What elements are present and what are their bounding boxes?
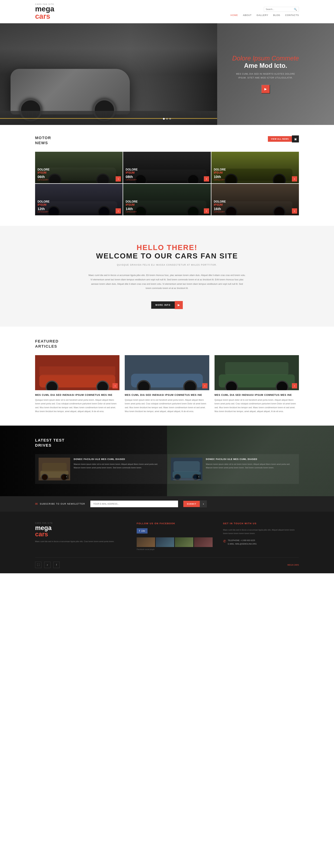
view-all-label[interactable]: VIEW ALL NEWS [268, 136, 292, 142]
news-card[interactable]: DOLOREIPSUM 10th category ▪ [212, 152, 299, 183]
hello-subtitle: QUISQUE GRAVIDA FELIS ELI MASSA CONSECTE… [35, 264, 299, 266]
hello-title-black: WELCOME TO OUR CARS FAN SITE [35, 252, 299, 260]
footer-phone: ✆ TELEPHONE: +1 800 603 6225 E-MAIL: MAI… [223, 539, 299, 546]
news-card[interactable]: DOLOREIPSUM 12th category ▪ [35, 184, 122, 215]
nav-blog[interactable]: BLOG [273, 14, 280, 17]
news-card-icon: ▪ [116, 176, 121, 182]
facebook-icon: f [139, 530, 140, 532]
hello-section: HELLO THERE! WELCOME TO OUR CARS FAN SIT… [0, 226, 334, 327]
hello-title-red: HELLO THERE! [35, 243, 299, 252]
footer-contact-description: Maec cuml dia sed in ilocos ui accumsan … [223, 528, 299, 535]
nav-home[interactable]: HOME [230, 14, 238, 17]
featured-card[interactable]: ▪ MES CUML DIA SED INENIASI IPSUM COMNET… [215, 355, 299, 413]
latest-card-content: DONEC FACILISI ULE MES CUML DIASED Maece… [206, 458, 296, 470]
instagram-icon[interactable]: ⛶ [35, 562, 41, 568]
footer-col-logo: CARS FAN SITE mega cars Maec cuml dia se… [35, 522, 126, 550]
news-card-tag: category [126, 179, 138, 181]
hero-title-red: Dolore Ipsum Commete [232, 55, 299, 62]
news-card-content: DOLOREIPSUM 16th category [212, 198, 228, 215]
more-info-icon[interactable]: ▶ [175, 301, 183, 309]
hero-road [0, 111, 217, 125]
logo: CARS FAN SITE mega cars [35, 3, 54, 20]
latest-card-content: DONEC FACILISI ULE MES CUML DIASED Maece… [74, 458, 163, 470]
hero-dot-1[interactable] [163, 118, 165, 120]
hero-title-white: Ame Mod Icto. [232, 62, 299, 69]
news-card-icon: ▪ [116, 208, 121, 214]
fb-photo[interactable] [175, 537, 193, 547]
view-all-button[interactable]: VIEW ALL NEWS ▣ [268, 135, 299, 143]
motor-news-section: MOTOR NEWS VIEW ALL NEWS ▣ DOLOREIPSUM [0, 125, 334, 226]
featured-card[interactable]: ▪ MES CUML DIA SED INENIASI IPSUM COMNET… [35, 355, 119, 413]
hero-mountains [0, 23, 217, 74]
fb-photo[interactable] [156, 537, 174, 547]
footer-phone-info: TELEPHONE: +1 800 603 6225 E-MAIL: MAIL@… [228, 539, 257, 546]
footer-fb-title: FOLLOW US ON FACEBOOK [137, 522, 213, 525]
search-icon[interactable]: 🔍 [294, 8, 297, 11]
hero-dot-3[interactable] [169, 118, 171, 120]
svg-point-27 [46, 381, 58, 390]
latest-card-text: Maecen lorem ipsum dolor sit to est lore… [74, 463, 163, 470]
news-card-subtitle: IPSUM [126, 171, 138, 174]
svg-rect-29 [39, 366, 115, 376]
newsletter-text: SUBSCRIBE TO OUR NEWSLETTER [40, 503, 85, 505]
newsletter-submit-label[interactable]: SUBMIT [183, 501, 200, 507]
svg-point-36 [225, 381, 237, 390]
latest-section: LATEST TEST DRIVES ▪ [0, 426, 334, 496]
news-card-date: 12th [37, 207, 50, 211]
latest-card-title: DONEC FACILISI ULE MES CUML DIASED [206, 458, 296, 461]
latest-card-title: DONEC FACILISI ULE MES CUML DIASED [74, 458, 163, 461]
latest-card[interactable]: ▪ DONEC FACILISI ULE MES CUML DIASED Mae… [35, 454, 167, 484]
news-card-icon: ▪ [204, 176, 209, 182]
footer-fb-button[interactable]: f Like [137, 528, 147, 533]
nav-about[interactable]: ABOUT [243, 14, 252, 17]
news-card-title: DOLOREIPSUM [37, 168, 50, 174]
svg-point-41 [41, 474, 48, 480]
search-bar[interactable]: 🔍 [264, 7, 299, 12]
more-info-label[interactable]: MORE INFO [151, 301, 175, 309]
featured-image-bg [35, 355, 119, 390]
news-card-date: 08th [126, 175, 138, 179]
search-input[interactable] [266, 8, 294, 10]
featured-image-icon: ▪ [112, 383, 118, 389]
featured-header: FEATURED ARTICLES [35, 339, 299, 349]
footer-social: ⛶ 𝕣 f [35, 562, 60, 568]
featured-image-icon: ▪ [292, 383, 297, 389]
featured-card[interactable]: ▪ MES CUML DIA SED INENIASI IPSUM COMNET… [125, 355, 209, 413]
hero-dot-2[interactable] [166, 118, 168, 120]
featured-image: ▪ [125, 355, 209, 390]
svg-point-32 [138, 381, 150, 390]
footer-contact-title: GET IN TOUCH WITH US [223, 522, 299, 525]
featured-image-bg [125, 355, 209, 390]
svg-point-33 [184, 381, 196, 390]
newsletter-submit-icon: ▪ [200, 500, 207, 507]
news-card-icon: ▪ [292, 176, 297, 182]
motor-news-header: MOTOR NEWS VIEW ALL NEWS ▣ [35, 135, 299, 146]
twitter-icon[interactable]: 𝕣 [44, 562, 51, 568]
fb-photo[interactable] [137, 537, 155, 547]
hero-content: Dolore Ipsum Commete Ame Mod Icto. MES C… [232, 55, 299, 93]
news-card[interactable]: DOLOREIPSUM 08th category ▪ [123, 152, 211, 183]
view-all-icon[interactable]: ▣ [292, 135, 299, 143]
latest-card-image: ▪ [171, 458, 202, 480]
latest-card-icon: ▪ [196, 474, 201, 479]
newsletter-input[interactable] [90, 501, 178, 507]
fb-photo[interactable] [194, 537, 213, 547]
featured-card-title: MES CUML DIA SED INENIASI IPSUM COMNETUS… [125, 393, 209, 397]
hero-road-line [0, 118, 217, 119]
newsletter-label: ✉ SUBSCRIBE TO OUR NEWSLETTER [35, 502, 85, 506]
facebook-icon[interactable]: f [53, 562, 60, 568]
news-card-subtitle: IPSUM [214, 203, 226, 207]
newsletter-submit[interactable]: SUBMIT ▪ [183, 500, 207, 507]
news-card[interactable]: DOLOREIPSUM 16th category ▪ [212, 184, 299, 215]
latest-card[interactable]: ▪ DONEC FACILISI ULE MES CUML DIASED Mae… [167, 454, 299, 484]
news-card[interactable]: DOLOREIPSUM 14th category ▪ [123, 184, 211, 215]
fb-like-label[interactable]: Like [141, 530, 145, 532]
nav-gallery[interactable]: GALLERY [257, 14, 269, 17]
news-card-content: DOLOREIPSUM 06th category [35, 165, 52, 183]
more-info-button[interactable]: MORE INFO ▶ [151, 301, 183, 309]
featured-card-title: MES CUML DIA SED INENIASI IPSUM COMNETUS… [215, 393, 299, 397]
featured-image-icon: ▪ [202, 383, 207, 389]
nav-contacts[interactable]: CONTACTS [285, 14, 299, 17]
news-card[interactable]: DOLOREIPSUM 06th category ▪ [35, 152, 122, 183]
hero-cta-button[interactable]: ▶ [261, 85, 270, 94]
